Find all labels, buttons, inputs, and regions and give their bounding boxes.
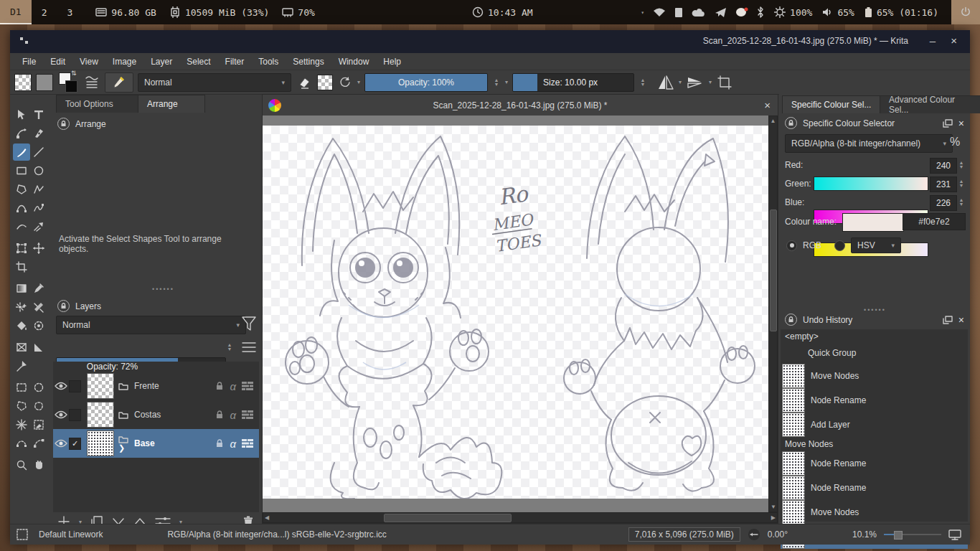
tab-advanced-colour-selector[interactable]: Advanced Colour Sel... bbox=[880, 95, 980, 113]
green-channel-value[interactable]: 231 bbox=[930, 176, 957, 192]
tab-arrange[interactable]: Arrange bbox=[138, 95, 205, 113]
layer-lock-icon[interactable] bbox=[215, 439, 224, 448]
red-channel-spinner[interactable]: ▲▼ bbox=[957, 156, 966, 174]
layer-lock-icon[interactable] bbox=[215, 382, 224, 390]
gradient-tool[interactable] bbox=[13, 280, 30, 297]
workspace-2-button[interactable]: 2 bbox=[32, 0, 57, 24]
blending-mode-dropdown[interactable]: Normal▾ bbox=[138, 73, 291, 92]
hsv-dropdown[interactable]: HSV▾ bbox=[851, 237, 901, 253]
hsv-radio[interactable] bbox=[834, 240, 845, 251]
layer-checkbox-checked[interactable]: ✓ bbox=[69, 438, 81, 450]
tab-tool-options[interactable]: Tool Options bbox=[56, 95, 143, 113]
reference-images-tool[interactable] bbox=[13, 357, 30, 375]
layer-thumbnail[interactable] bbox=[87, 402, 114, 428]
polygonal-select-tool[interactable] bbox=[13, 397, 30, 415]
menu-edit[interactable]: Edit bbox=[44, 55, 72, 69]
discord-icon[interactable] bbox=[735, 7, 748, 17]
volume-indicator[interactable]: 65% bbox=[822, 7, 854, 18]
freehand-brush-tool[interactable] bbox=[13, 143, 30, 161]
assistants-tool[interactable] bbox=[13, 339, 30, 356]
layer-alpha-icon[interactable]: α bbox=[230, 438, 236, 450]
undo-item-move-nodes[interactable]: Move Nodes bbox=[781, 364, 968, 388]
zoom-slider[interactable] bbox=[884, 529, 941, 540]
brush-preset-name[interactable]: Default Linework bbox=[39, 529, 103, 540]
brightness-indicator[interactable]: 100% bbox=[774, 6, 812, 18]
undo-item-move-nodes-plain[interactable]: Move Nodes bbox=[781, 438, 972, 450]
close-button[interactable]: × bbox=[951, 34, 957, 47]
mirror-horizontal-button[interactable] bbox=[657, 74, 674, 91]
menu-window[interactable]: Window bbox=[332, 55, 376, 69]
layer-properties-icon[interactable] bbox=[242, 382, 253, 390]
color-sampler-tool[interactable] bbox=[30, 280, 47, 297]
ellipse-tool[interactable] bbox=[30, 162, 47, 179]
undo-item-quick-group[interactable]: Quick Group bbox=[781, 344, 980, 362]
measure-tool[interactable] bbox=[30, 339, 47, 356]
percent-toggle-button[interactable]: % bbox=[950, 136, 960, 149]
menu-select[interactable]: Select bbox=[180, 55, 217, 69]
scroll-down-arrow[interactable]: ▼ bbox=[769, 502, 778, 511]
clipboard-icon[interactable] bbox=[674, 7, 683, 18]
red-channel-value[interactable]: 240 bbox=[930, 158, 957, 174]
layer-visible-icon[interactable] bbox=[53, 410, 69, 419]
preserve-alpha-button[interactable] bbox=[317, 75, 333, 90]
menu-file[interactable]: File bbox=[16, 55, 42, 69]
layer-options-menu-icon[interactable] bbox=[241, 340, 257, 354]
canvas-rotation-icon[interactable] bbox=[748, 528, 760, 541]
undo-item-node-rename-2[interactable]: Node Rename bbox=[781, 451, 968, 476]
magnetic-select-tool[interactable] bbox=[30, 435, 47, 452]
close-docker-icon[interactable]: × bbox=[958, 118, 964, 129]
menu-help[interactable]: Help bbox=[377, 55, 407, 69]
tab-specific-colour-selector[interactable]: Specific Colour Sel... bbox=[782, 95, 892, 113]
layer-opacity-spinner[interactable]: ▲▼ bbox=[225, 339, 234, 356]
scroll-up-arrow[interactable]: ▲ bbox=[769, 116, 777, 125]
bezier-select-tool[interactable] bbox=[13, 435, 30, 452]
minimize-button[interactable]: – bbox=[930, 34, 936, 47]
tray-chevron-down-icon[interactable]: ▾ bbox=[641, 9, 644, 16]
horizontal-scroll-handle[interactable] bbox=[384, 514, 512, 522]
mirror-vertical-arrow-icon[interactable]: ▾ bbox=[709, 79, 712, 85]
menu-layer[interactable]: Layer bbox=[144, 55, 179, 69]
cloud-icon[interactable] bbox=[692, 8, 706, 17]
undo-close-icon[interactable]: × bbox=[958, 314, 964, 326]
layer-visible-icon[interactable] bbox=[53, 439, 69, 448]
gradient-chooser-button[interactable] bbox=[14, 74, 32, 91]
reload-dropdown-arrow-icon[interactable]: ▾ bbox=[357, 79, 360, 85]
selection-display-icon[interactable] bbox=[16, 528, 29, 541]
contiguous-select-tool[interactable] bbox=[13, 416, 30, 433]
dynamic-brush-tool[interactable] bbox=[13, 218, 30, 235]
brush-editor-button[interactable] bbox=[105, 72, 133, 93]
power-button[interactable] bbox=[951, 0, 980, 24]
rotation-value[interactable]: 0.00° bbox=[768, 529, 788, 540]
canvas-vertical-scrollbar[interactable]: ▲ ▼ bbox=[768, 116, 778, 512]
calligraphy-tool[interactable] bbox=[30, 125, 47, 142]
undo-lock-icon[interactable] bbox=[785, 314, 797, 326]
smart-patch-tool[interactable] bbox=[13, 298, 30, 316]
select-shapes-tool[interactable] bbox=[13, 106, 30, 123]
layer-filter-icon[interactable] bbox=[241, 316, 257, 333]
undo-item-node-rename-3[interactable]: Node Rename bbox=[781, 476, 968, 500]
reload-preset-button[interactable] bbox=[337, 75, 353, 90]
fit-to-screen-icon[interactable] bbox=[948, 529, 961, 540]
colour-selector-lock-icon[interactable] bbox=[785, 117, 797, 129]
opacity-dropdown-arrow-icon[interactable]: ▾ bbox=[505, 79, 508, 85]
layer-row-base[interactable]: ✓ ❯ Base α bbox=[53, 429, 259, 458]
pan-tool[interactable] bbox=[30, 456, 47, 474]
green-channel-spinner[interactable]: ▲▼ bbox=[957, 175, 966, 192]
undo-splitter-dots[interactable]: •••••• bbox=[864, 306, 886, 314]
polyline-tool[interactable] bbox=[30, 181, 47, 198]
mirror-vertical-button[interactable] bbox=[686, 75, 705, 90]
polygon-tool[interactable] bbox=[13, 181, 30, 198]
elliptical-select-tool[interactable] bbox=[30, 379, 47, 396]
layer-alpha-icon[interactable]: α bbox=[230, 380, 236, 392]
wifi-icon[interactable] bbox=[653, 7, 666, 17]
similar-color-select-tool[interactable] bbox=[30, 416, 47, 433]
layer-properties-icon[interactable] bbox=[242, 410, 253, 419]
undo-item-node-rename[interactable]: Node Rename bbox=[781, 388, 968, 413]
layer-checkbox[interactable] bbox=[69, 380, 81, 392]
trim-image-button[interactable] bbox=[716, 74, 733, 91]
blue-channel-value[interactable]: 226 bbox=[930, 195, 957, 211]
colorize-mask-tool[interactable] bbox=[30, 298, 47, 316]
freehand-select-tool[interactable] bbox=[30, 397, 47, 415]
text-tool[interactable] bbox=[30, 106, 47, 123]
colour-model-dropdown[interactable]: RGB/Alpha (8-bit integer/channel)▾ bbox=[785, 134, 953, 153]
